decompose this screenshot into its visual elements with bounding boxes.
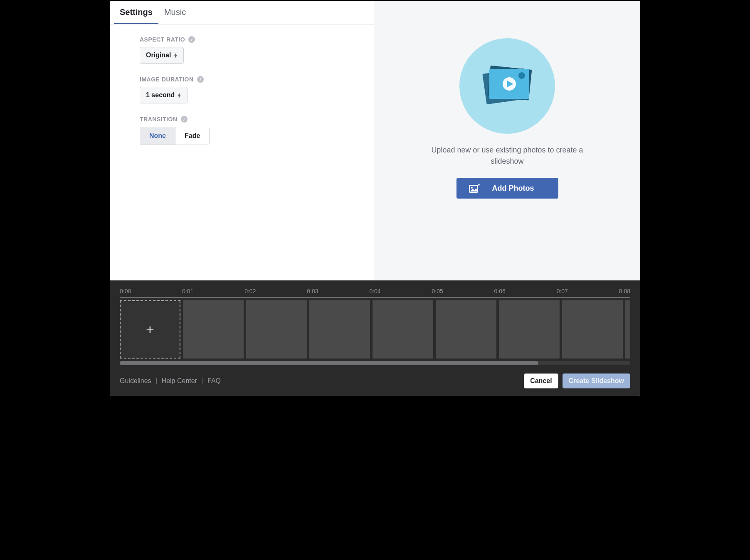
timeline-slot[interactable] (499, 300, 560, 359)
footer-buttons: Cancel Create Slideshow (524, 373, 630, 388)
image-duration-value: 1 second (146, 91, 175, 99)
image-duration-select[interactable]: 1 second ▲▼ (140, 87, 188, 103)
cancel-button[interactable]: Cancel (524, 373, 558, 388)
transition-none[interactable]: None (140, 127, 175, 145)
info-icon[interactable]: i (181, 116, 188, 123)
tick-label: 0:00 (120, 288, 131, 295)
link-faq[interactable]: FAQ (207, 377, 221, 385)
top-area: Settings Music ASPECT RATIO i Original ▲… (110, 1, 640, 280)
aspect-ratio-label: ASPECT RATIO (140, 36, 185, 43)
timeline-ruler (120, 297, 630, 298)
footer-links: Guidelines Help Center FAQ (120, 377, 221, 385)
add-slot[interactable]: + (120, 300, 180, 359)
separator (156, 378, 157, 384)
chevron-updown-icon: ▲▼ (173, 53, 178, 57)
upload-hint: Upload new or use existing photos to cre… (420, 145, 595, 167)
left-panel: Settings Music ASPECT RATIO i Original ▲… (110, 1, 374, 280)
svg-point-5 (518, 72, 525, 79)
tick-label: 0:06 (494, 288, 506, 295)
slideshow-dialog: Settings Music ASPECT RATIO i Original ▲… (109, 0, 641, 397)
tick-label: 0:08 (619, 288, 630, 295)
tick-label: 0:05 (432, 288, 443, 295)
add-photos-button[interactable]: Add Photos (456, 178, 558, 199)
right-panel: Upload new or use existing photos to cre… (374, 1, 640, 280)
timeline-scrollbar[interactable] (120, 361, 630, 365)
aspect-ratio-group: ASPECT RATIO i Original ▲▼ (140, 36, 349, 64)
info-icon[interactable]: i (188, 36, 195, 43)
slideshow-icon (476, 59, 538, 113)
transition-group: TRANSITION i None Fade (140, 116, 349, 145)
transition-segmented: None Fade (140, 127, 210, 145)
tick-label: 0:07 (557, 288, 568, 295)
info-icon[interactable]: i (197, 76, 204, 83)
settings-form: ASPECT RATIO i Original ▲▼ IMAGE DURATIO… (110, 25, 374, 166)
tick-label: 0:01 (182, 288, 193, 295)
link-guidelines[interactable]: Guidelines (120, 377, 151, 385)
tabs: Settings Music (110, 1, 374, 25)
timeline-slot[interactable] (436, 300, 496, 359)
transition-fade[interactable]: Fade (175, 127, 209, 145)
separator (202, 378, 202, 384)
tab-settings[interactable]: Settings (114, 1, 158, 24)
timeline-scrollbar-thumb[interactable] (120, 361, 538, 365)
footer: Guidelines Help Center FAQ Cancel Create… (110, 368, 640, 396)
aspect-ratio-select[interactable]: Original ▲▼ (140, 47, 184, 64)
image-duration-group: IMAGE DURATION i 1 second ▲▼ (140, 76, 349, 103)
timeline-slot[interactable] (309, 300, 370, 359)
timeline-slot[interactable] (625, 300, 630, 359)
plus-icon: + (146, 322, 154, 338)
timeline-slots: + (120, 300, 630, 359)
timeline-slot[interactable] (373, 300, 433, 359)
chevron-updown-icon: ▲▼ (177, 93, 181, 97)
transition-label: TRANSITION (140, 116, 178, 123)
image-duration-label: IMAGE DURATION (140, 76, 194, 83)
timeline: 0:00 0:01 0:02 0:03 0:04 0:05 0:06 0:07 … (110, 280, 640, 368)
timeline-slot[interactable] (562, 300, 623, 359)
timeline-slot[interactable] (183, 300, 244, 359)
slideshow-illustration (459, 38, 555, 134)
image-plus-icon (469, 184, 480, 193)
create-slideshow-button[interactable]: Create Slideshow (562, 373, 630, 388)
tick-label: 0:03 (307, 288, 318, 295)
tick-label: 0:04 (369, 288, 380, 295)
tick-label: 0:02 (244, 288, 256, 295)
timeline-ticks: 0:00 0:01 0:02 0:03 0:04 0:05 0:06 0:07 … (120, 288, 630, 295)
timeline-slot[interactable] (246, 300, 307, 359)
aspect-ratio-value: Original (146, 52, 171, 59)
link-help-center[interactable]: Help Center (162, 377, 197, 385)
svg-point-7 (471, 187, 473, 189)
add-photos-label: Add Photos (492, 184, 534, 193)
tab-music[interactable]: Music (158, 1, 192, 24)
